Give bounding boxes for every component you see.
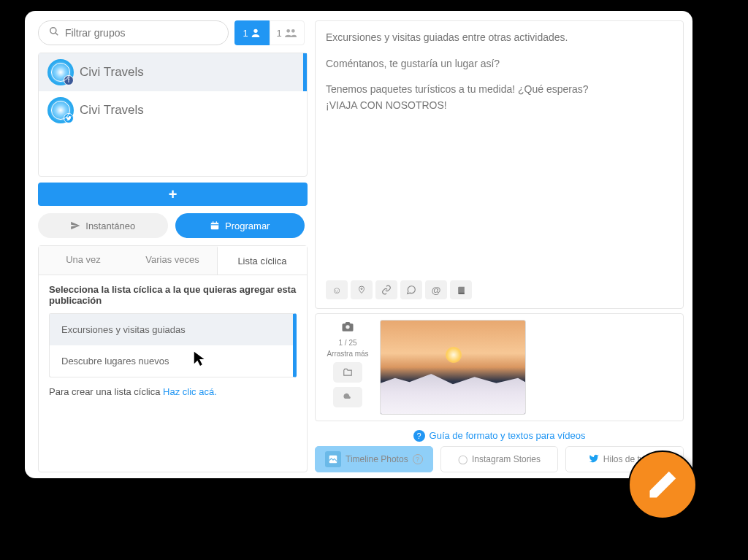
account-avatar: f xyxy=(47,59,74,85)
svg-point-10 xyxy=(346,325,349,329)
schedule-tabs-card: Una vez Varias veces Lista cíclica Selec… xyxy=(38,245,308,472)
mention-icon[interactable]: @ xyxy=(425,280,447,299)
help-icon: ? xyxy=(413,454,423,464)
cloud-icon[interactable] xyxy=(333,387,362,407)
left-panel: 1 1 f Civi Travels xyxy=(25,11,313,478)
timeline-label: Timeline Photos xyxy=(346,454,408,464)
stories-label: Instagram Stories xyxy=(472,454,541,464)
timeline-photos-button[interactable]: Timeline Photos ? xyxy=(315,446,433,472)
cyclic-panel: Selecciona la lista cíclica a la que qui… xyxy=(39,275,307,472)
person-icon xyxy=(250,27,262,39)
media-row: 1 / 25 Arrastra más xyxy=(315,313,684,421)
twitter-badge-icon xyxy=(64,113,74,123)
edit-fab-button[interactable] xyxy=(628,450,697,519)
schedule-label: Programar xyxy=(225,220,270,231)
pencil-icon xyxy=(647,469,678,500)
svg-point-0 xyxy=(50,28,56,34)
tabs: Una vez Varias veces Lista cíclica xyxy=(39,246,307,275)
upload-column: 1 / 25 Arrastra más xyxy=(321,320,374,415)
create-list-prefix: Para crear una lista cíclica xyxy=(49,386,163,397)
compose-line: Coméntanos, te gustaría un lugar así? xyxy=(326,56,673,72)
cyclic-option[interactable]: Descubre lugares nuevos xyxy=(50,345,293,377)
search-row: 1 1 xyxy=(38,20,308,45)
cyclic-instruction: Selecciona la lista cíclica a la que qui… xyxy=(49,284,297,306)
video-guide-link[interactable]: ?Guía de formato y textos para vídeos xyxy=(315,426,684,446)
twitter-icon xyxy=(589,453,599,466)
tab-cyclic[interactable]: Lista cíclica xyxy=(217,246,307,275)
comment-icon[interactable] xyxy=(400,280,422,299)
account-name: Civi Travels xyxy=(80,65,144,80)
send-icon xyxy=(70,220,80,231)
add-account-button[interactable]: + xyxy=(38,183,308,206)
calendar-icon xyxy=(210,220,220,231)
svg-point-9 xyxy=(361,288,362,290)
facebook-badge-icon: f xyxy=(64,75,74,85)
search-icon xyxy=(49,26,59,39)
single-count: 1 xyxy=(243,28,248,39)
album-row: Timeline Photos ? ◯ Instagram Stories Hi… xyxy=(315,446,684,472)
svg-line-1 xyxy=(56,33,58,36)
search-box[interactable] xyxy=(38,20,229,45)
compose-line: Tenemos paquetes turísticos a tu medida!… xyxy=(326,82,673,113)
camera-icon[interactable] xyxy=(340,320,356,336)
location-icon[interactable] xyxy=(351,280,373,299)
account-name: Civi Travels xyxy=(80,103,144,118)
instagram-stories-button[interactable]: ◯ Instagram Stories xyxy=(440,446,559,472)
cyclic-option[interactable]: Excursiones y visitas guiadas xyxy=(50,314,293,345)
people-icon xyxy=(283,27,298,39)
emoji-icon[interactable]: ☺ xyxy=(326,280,348,299)
svg-rect-5 xyxy=(211,223,219,229)
tab-multi[interactable]: Varias veces xyxy=(128,246,217,275)
single-account-btn[interactable]: 1 xyxy=(234,20,270,45)
right-panel: Excursiones y visitas guiadas entre otra… xyxy=(313,11,692,478)
compose-text[interactable]: Excursiones y visitas guiadas entre otra… xyxy=(326,30,673,276)
drag-more-label: Arrastra más xyxy=(327,350,368,358)
schedule-mode-button[interactable]: Programar xyxy=(175,213,305,238)
create-list-hint: Para crear una lista cíclica Haz clic ac… xyxy=(49,386,297,397)
link-icon[interactable] xyxy=(375,280,397,299)
account-item[interactable]: f Civi Travels xyxy=(39,53,307,91)
svg-point-4 xyxy=(291,29,295,33)
account-avatar xyxy=(47,97,74,123)
people-toggle: 1 1 xyxy=(234,20,305,45)
mode-row: Instantáneo Programar xyxy=(38,213,308,238)
cyclic-list: Excursiones y visitas guiadas Descubre l… xyxy=(49,313,297,377)
media-count: 1 / 25 xyxy=(338,339,356,347)
account-item[interactable]: Civi Travels xyxy=(39,91,307,129)
svg-point-2 xyxy=(253,29,257,33)
folder-icon[interactable] xyxy=(333,362,362,383)
svg-point-3 xyxy=(286,29,290,33)
media-thumbnail[interactable] xyxy=(380,320,526,415)
accounts-list: f Civi Travels Civi Travels xyxy=(38,53,308,177)
compose-line: Excursiones y visitas guiadas entre otra… xyxy=(326,30,673,46)
search-input[interactable] xyxy=(65,27,218,39)
tab-once[interactable]: Una vez xyxy=(39,246,128,275)
book-icon[interactable] xyxy=(450,280,472,299)
instant-mode-button[interactable]: Instantáneo xyxy=(38,213,168,238)
app-window: 1 1 f Civi Travels xyxy=(25,11,692,478)
album-icon xyxy=(325,451,341,467)
compose-box[interactable]: Excursiones y visitas guiadas entre otra… xyxy=(315,20,684,309)
cursor-icon xyxy=(192,349,208,368)
multi-account-btn[interactable]: 1 xyxy=(270,20,305,45)
group-count: 1 xyxy=(276,28,281,39)
create-list-link[interactable]: Haz clic acá. xyxy=(163,386,217,397)
instant-label: Instantáneo xyxy=(85,220,135,231)
help-icon: ? xyxy=(413,430,425,442)
compose-toolbar: ☺ @ xyxy=(326,276,673,299)
instagram-icon: ◯ xyxy=(458,454,468,464)
